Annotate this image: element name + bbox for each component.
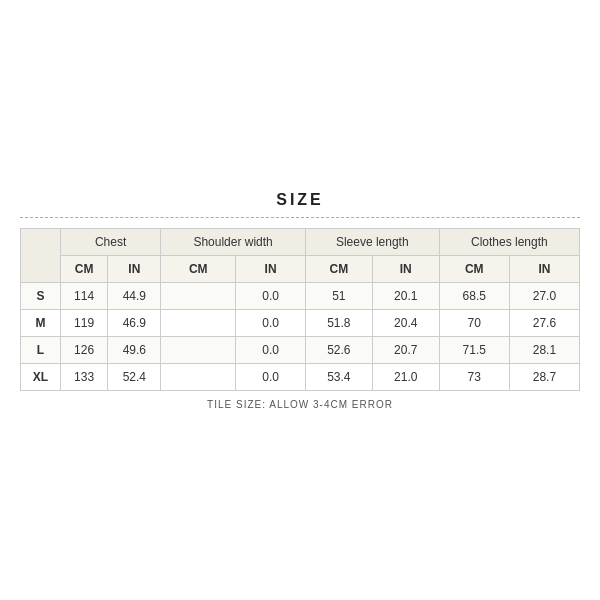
clothes-group-header: Clothes length	[439, 228, 579, 255]
chest-in-cell: 44.9	[108, 282, 161, 309]
chest-cm-cell: 114	[60, 282, 108, 309]
clothes-in-cell: 28.1	[509, 336, 579, 363]
sleeve-in-header: IN	[372, 255, 439, 282]
shoulder-cm-cell	[161, 336, 236, 363]
chest-in-header: IN	[108, 255, 161, 282]
shoulder-in-header: IN	[236, 255, 306, 282]
shoulder-in-cell: 0.0	[236, 282, 306, 309]
sleeve-cm-cell: 53.4	[305, 363, 372, 390]
clothes-in-cell: 27.0	[509, 282, 579, 309]
table-row: L12649.60.052.620.771.528.1	[21, 336, 580, 363]
shoulder-cm-cell	[161, 363, 236, 390]
size-cell: S	[21, 282, 61, 309]
size-header	[21, 228, 61, 282]
sleeve-cm-cell: 51	[305, 282, 372, 309]
chest-group-header: Chest	[60, 228, 160, 255]
sleeve-cm-cell: 51.8	[305, 309, 372, 336]
shoulder-cm-cell	[161, 282, 236, 309]
sleeve-cm-header: CM	[305, 255, 372, 282]
sleeve-in-cell: 20.4	[372, 309, 439, 336]
footer-note: TILE SIZE: ALLOW 3-4CM ERROR	[20, 399, 580, 410]
shoulder-in-cell: 0.0	[236, 309, 306, 336]
chest-cm-cell: 119	[60, 309, 108, 336]
table-row: S11444.90.05120.168.527.0	[21, 282, 580, 309]
sleeve-in-cell: 21.0	[372, 363, 439, 390]
clothes-cm-cell: 73	[439, 363, 509, 390]
clothes-cm-cell: 71.5	[439, 336, 509, 363]
chest-cm-cell: 126	[60, 336, 108, 363]
chest-in-cell: 46.9	[108, 309, 161, 336]
sleeve-group-header: Sleeve length	[305, 228, 439, 255]
size-cell: M	[21, 309, 61, 336]
group-header-row: Chest Shoulder width Sleeve length Cloth…	[21, 228, 580, 255]
size-cell: XL	[21, 363, 61, 390]
shoulder-cm-cell	[161, 309, 236, 336]
clothes-in-cell: 27.6	[509, 309, 579, 336]
shoulder-cm-header: CM	[161, 255, 236, 282]
clothes-cm-header: CM	[439, 255, 509, 282]
table-row: M11946.90.051.820.47027.6	[21, 309, 580, 336]
size-cell: L	[21, 336, 61, 363]
chest-in-cell: 49.6	[108, 336, 161, 363]
size-table: Chest Shoulder width Sleeve length Cloth…	[20, 228, 580, 391]
chart-title: SIZE	[20, 191, 580, 209]
chest-in-cell: 52.4	[108, 363, 161, 390]
table-row: XL13352.40.053.421.07328.7	[21, 363, 580, 390]
clothes-in-cell: 28.7	[509, 363, 579, 390]
sleeve-in-cell: 20.1	[372, 282, 439, 309]
clothes-cm-cell: 70	[439, 309, 509, 336]
clothes-in-header: IN	[509, 255, 579, 282]
shoulder-in-cell: 0.0	[236, 336, 306, 363]
shoulder-group-header: Shoulder width	[161, 228, 306, 255]
title-divider	[20, 217, 580, 218]
chest-cm-header: CM	[60, 255, 108, 282]
sleeve-cm-cell: 52.6	[305, 336, 372, 363]
shoulder-in-cell: 0.0	[236, 363, 306, 390]
clothes-cm-cell: 68.5	[439, 282, 509, 309]
chest-cm-cell: 133	[60, 363, 108, 390]
size-chart-container: SIZE Chest Shoulder width Sleeve length …	[20, 191, 580, 410]
sleeve-in-cell: 20.7	[372, 336, 439, 363]
subheader-row: CM IN CM IN CM IN CM IN	[21, 255, 580, 282]
